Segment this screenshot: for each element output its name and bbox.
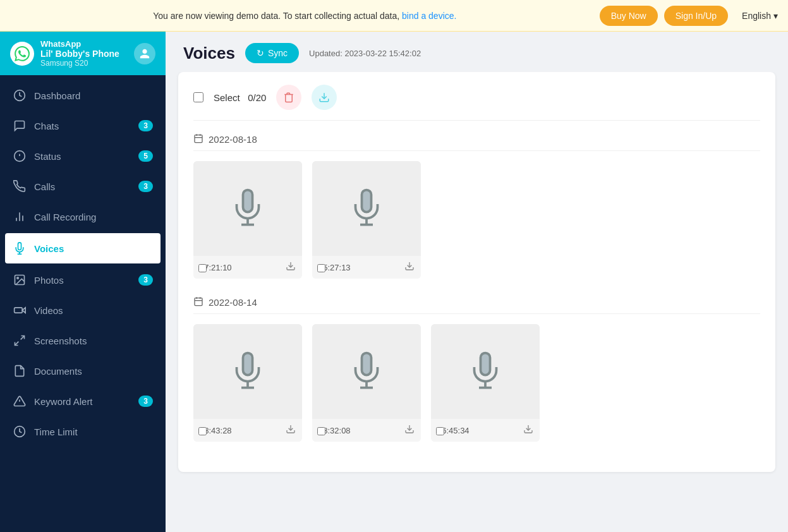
voice-footer: 18:32:08	[312, 419, 421, 442]
buy-now-button[interactable]: Buy Now	[600, 6, 658, 26]
app-name: WhatsApp	[40, 39, 128, 49]
sidebar-item-screenshots[interactable]: Screenshots	[0, 325, 166, 356]
sidebar-item-documents[interactable]: Documents	[0, 356, 166, 386]
microphone-icon	[229, 185, 267, 232]
device-info: WhatsApp Lil' Bobby's Phone Samsung S20	[40, 39, 128, 68]
voice-item: 18:43:28	[193, 324, 302, 442]
svg-rect-28	[195, 298, 202, 306]
date-group-2: 2022-08-14	[193, 296, 760, 442]
time-limit-label: Time Limit	[34, 426, 153, 437]
banner-text: You are now viewing demo data. To start …	[153, 11, 399, 21]
sidebar-item-call-recording[interactable]: Call Recording	[0, 202, 166, 232]
language-selector[interactable]: English ▾	[742, 11, 778, 21]
device-model: Samsung S20	[40, 59, 128, 68]
bind-device-link[interactable]: bind a device.	[402, 11, 456, 21]
calendar-icon	[193, 296, 203, 308]
top-banner: You are now viewing demo data. To start …	[0, 0, 788, 32]
svg-rect-18	[195, 135, 202, 143]
select-count: 0/20	[248, 92, 266, 103]
date-header-2: 2022-08-14	[193, 296, 760, 314]
video-icon	[13, 303, 27, 317]
voice-checkbox[interactable]	[317, 264, 325, 272]
sidebar-item-keyword-alert[interactable]: Keyword Alert 3	[0, 386, 166, 416]
select-all-checkbox[interactable]	[193, 92, 203, 102]
sidebar-item-dashboard[interactable]: Dashboard	[0, 80, 166, 111]
banner-message: You are now viewing demo data. To start …	[10, 11, 600, 21]
date-group-1: 2022-08-18	[193, 133, 760, 279]
chats-badge: 3	[138, 120, 153, 131]
select-bar: Select 0/20	[193, 85, 760, 121]
svg-rect-10	[15, 308, 23, 313]
voice-checkbox[interactable]	[436, 427, 444, 435]
phone-name: Lil' Bobby's Phone	[40, 49, 128, 59]
sidebar-nav: Dashboard Chats 3 Status	[0, 75, 166, 452]
microphone-icon	[229, 348, 267, 395]
updated-timestamp: Updated: 2023-03-22 15:42:02	[309, 49, 421, 58]
sidebar-item-status[interactable]: Status 5	[0, 141, 166, 171]
voice-footer: 16:45:34	[431, 419, 540, 442]
calendar-icon	[193, 133, 203, 145]
alert-icon	[13, 394, 27, 408]
sidebar-item-videos[interactable]: Videos	[0, 295, 166, 325]
voice-thumbnail[interactable]	[193, 324, 302, 419]
download-all-button[interactable]	[312, 85, 337, 110]
sidebar-item-time-limit[interactable]: Time Limit	[0, 416, 166, 447]
date-label-1: 2022-08-18	[209, 134, 257, 145]
download-icon[interactable]	[404, 424, 415, 437]
banner-actions: Buy Now Sign In/Up English ▾	[600, 6, 778, 26]
screenshots-label: Screenshots	[34, 336, 153, 346]
document-icon	[13, 364, 27, 378]
svg-line-13	[15, 342, 19, 346]
voice-thumbnail[interactable]	[193, 161, 302, 256]
download-icon[interactable]	[286, 424, 296, 437]
whatsapp-logo	[10, 42, 34, 66]
voice-checkbox[interactable]	[317, 427, 325, 435]
sync-label: Sync	[268, 48, 288, 58]
user-avatar[interactable]	[134, 43, 155, 64]
voices-mic-icon	[13, 241, 27, 255]
voice-footer: 18:43:28	[193, 419, 302, 442]
chats-label: Chats	[34, 121, 131, 131]
date-header-1: 2022-08-18	[193, 133, 760, 151]
page-header: Voices ↻ Sync Updated: 2023-03-22 15:42:…	[166, 32, 788, 72]
sign-in-button[interactable]: Sign In/Up	[664, 6, 728, 26]
dashboard-label: Dashboard	[34, 90, 153, 101]
delete-button[interactable]	[276, 85, 301, 110]
sync-icon: ↻	[257, 48, 264, 58]
download-icon[interactable]	[523, 424, 533, 437]
content-main: Select 0/20	[166, 72, 788, 532]
status-icon	[13, 149, 27, 163]
voice-checkbox[interactable]	[198, 264, 207, 272]
documents-label: Documents	[34, 366, 153, 377]
voice-checkbox[interactable]	[198, 427, 207, 435]
photos-label: Photos	[34, 275, 131, 286]
voices-card: Select 0/20	[178, 72, 775, 472]
voice-thumbnail[interactable]	[431, 324, 540, 419]
voice-footer: 17:21:10	[193, 256, 302, 279]
voice-thumbnail[interactable]	[312, 324, 421, 419]
microphone-icon	[348, 185, 385, 232]
sidebar-header: WhatsApp Lil' Bobby's Phone Samsung S20	[0, 32, 166, 75]
sidebar-item-chats[interactable]: Chats 3	[0, 111, 166, 141]
select-all-checkbox-wrapper[interactable]	[193, 92, 203, 102]
page-title: Voices	[183, 44, 235, 63]
download-icon[interactable]	[286, 261, 296, 274]
photos-badge: 3	[138, 274, 153, 286]
voice-thumbnail[interactable]	[312, 161, 421, 256]
screenshot-icon	[13, 334, 27, 348]
microphone-icon	[466, 348, 504, 395]
svg-point-9	[17, 277, 18, 279]
sidebar-item-photos[interactable]: Photos 3	[0, 265, 166, 295]
chevron-down-icon: ▾	[773, 11, 778, 21]
sidebar-item-calls[interactable]: Calls 3	[0, 171, 166, 202]
sync-button[interactable]: ↻ Sync	[245, 43, 299, 63]
content-area: Voices ↻ Sync Updated: 2023-03-22 15:42:…	[166, 32, 788, 532]
date-label-2: 2022-08-14	[209, 297, 257, 308]
videos-label: Videos	[34, 305, 153, 316]
download-icon[interactable]	[404, 261, 415, 274]
microphone-icon	[348, 348, 385, 395]
main-layout: WhatsApp Lil' Bobby's Phone Samsung S20 …	[0, 32, 788, 532]
sidebar-item-voices[interactable]: Voices	[5, 233, 161, 263]
voices-label: Voices	[34, 243, 153, 254]
voice-item: 16:45:34	[431, 324, 540, 442]
